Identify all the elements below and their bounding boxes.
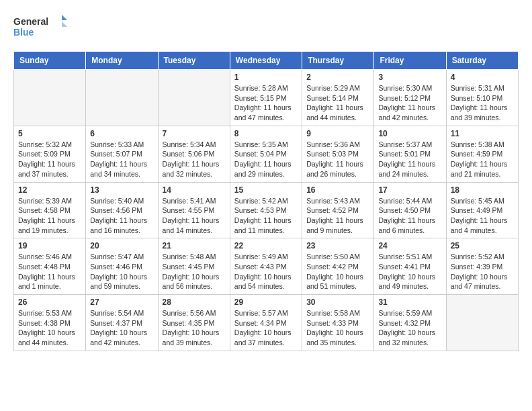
day-info: Sunrise: 5:43 AM Sunset: 4:52 PM Dayligh…	[306, 196, 369, 236]
calendar-cell: 18Sunrise: 5:45 AM Sunset: 4:49 PM Dayli…	[446, 182, 518, 238]
day-info: Sunrise: 5:39 AM Sunset: 4:58 PM Dayligh…	[18, 196, 81, 236]
day-info: Sunrise: 5:51 AM Sunset: 4:41 PM Dayligh…	[378, 252, 441, 291]
weekday-header-friday: Friday	[374, 52, 446, 70]
calendar-cell: 5Sunrise: 5:32 AM Sunset: 5:09 PM Daylig…	[14, 126, 86, 182]
day-number: 6	[90, 129, 153, 138]
day-number: 30	[306, 298, 369, 307]
weekday-header-tuesday: Tuesday	[158, 52, 230, 70]
day-number: 26	[18, 298, 81, 307]
calendar-cell: 8Sunrise: 5:35 AM Sunset: 5:04 PM Daylig…	[230, 126, 302, 182]
day-number: 19	[18, 241, 81, 250]
day-info: Sunrise: 5:46 AM Sunset: 4:48 PM Dayligh…	[18, 252, 81, 291]
calendar-cell	[158, 70, 230, 126]
day-number: 14	[163, 185, 226, 195]
calendar-week-row: 1Sunrise: 5:28 AM Sunset: 5:15 PM Daylig…	[14, 70, 519, 126]
day-info: Sunrise: 5:53 AM Sunset: 4:38 PM Dayligh…	[18, 308, 81, 348]
day-number: 12	[18, 185, 81, 195]
svg-text:General: General	[13, 16, 48, 27]
day-number: 31	[378, 298, 441, 307]
calendar-cell: 24Sunrise: 5:51 AM Sunset: 4:41 PM Dayli…	[374, 238, 446, 295]
calendar-cell: 13Sunrise: 5:40 AM Sunset: 4:56 PM Dayli…	[86, 182, 158, 238]
day-number: 5	[18, 129, 81, 138]
day-number: 23	[306, 241, 369, 250]
weekday-header-thursday: Thursday	[302, 52, 374, 70]
day-info: Sunrise: 5:50 AM Sunset: 4:42 PM Dayligh…	[306, 252, 369, 291]
calendar-cell: 6Sunrise: 5:33 AM Sunset: 5:07 PM Daylig…	[86, 126, 158, 182]
day-info: Sunrise: 5:31 AM Sunset: 5:10 PM Dayligh…	[451, 83, 514, 123]
day-info: Sunrise: 5:41 AM Sunset: 4:55 PM Dayligh…	[163, 196, 226, 236]
day-info: Sunrise: 5:49 AM Sunset: 4:43 PM Dayligh…	[234, 252, 298, 291]
day-number: 7	[163, 129, 226, 138]
day-info: Sunrise: 5:47 AM Sunset: 4:46 PM Dayligh…	[90, 252, 153, 291]
calendar-cell: 14Sunrise: 5:41 AM Sunset: 4:55 PM Dayli…	[158, 182, 230, 238]
calendar-cell: 2Sunrise: 5:29 AM Sunset: 5:14 PM Daylig…	[302, 70, 374, 126]
calendar-cell	[86, 70, 158, 126]
calendar-cell: 30Sunrise: 5:58 AM Sunset: 4:33 PM Dayli…	[302, 295, 374, 351]
calendar-cell: 16Sunrise: 5:43 AM Sunset: 4:52 PM Dayli…	[302, 182, 374, 238]
calendar-cell: 25Sunrise: 5:52 AM Sunset: 4:39 PM Dayli…	[446, 238, 518, 295]
day-number: 8	[234, 129, 298, 138]
day-info: Sunrise: 5:36 AM Sunset: 5:03 PM Dayligh…	[306, 140, 369, 179]
day-number: 28	[163, 298, 226, 307]
day-info: Sunrise: 5:37 AM Sunset: 5:01 PM Dayligh…	[378, 140, 441, 179]
day-number: 3	[378, 73, 441, 82]
calendar-cell: 28Sunrise: 5:56 AM Sunset: 4:35 PM Dayli…	[158, 295, 230, 351]
weekday-header-saturday: Saturday	[446, 52, 518, 70]
logo-icon: General Blue	[13, 13, 67, 40]
day-number: 25	[451, 241, 514, 250]
day-info: Sunrise: 5:30 AM Sunset: 5:12 PM Dayligh…	[378, 83, 441, 123]
day-info: Sunrise: 5:45 AM Sunset: 4:49 PM Dayligh…	[451, 196, 514, 236]
day-number: 2	[306, 73, 369, 82]
calendar-cell: 26Sunrise: 5:53 AM Sunset: 4:38 PM Dayli…	[14, 295, 86, 351]
day-number: 27	[90, 298, 153, 307]
day-number: 11	[451, 129, 514, 138]
day-info: Sunrise: 5:54 AM Sunset: 4:37 PM Dayligh…	[90, 308, 153, 348]
day-number: 16	[306, 185, 369, 195]
calendar-cell: 15Sunrise: 5:42 AM Sunset: 4:53 PM Dayli…	[230, 182, 302, 238]
day-number: 17	[378, 185, 441, 195]
day-info: Sunrise: 5:52 AM Sunset: 4:39 PM Dayligh…	[451, 252, 514, 291]
logo: General Blue	[13, 13, 67, 40]
svg-text:Blue: Blue	[13, 27, 34, 38]
calendar-cell: 10Sunrise: 5:37 AM Sunset: 5:01 PM Dayli…	[374, 126, 446, 182]
calendar-cell: 1Sunrise: 5:28 AM Sunset: 5:15 PM Daylig…	[230, 70, 302, 126]
day-number: 4	[451, 73, 514, 82]
calendar-week-row: 12Sunrise: 5:39 AM Sunset: 4:58 PM Dayli…	[14, 182, 519, 238]
day-info: Sunrise: 5:44 AM Sunset: 4:50 PM Dayligh…	[378, 196, 441, 236]
day-info: Sunrise: 5:48 AM Sunset: 4:45 PM Dayligh…	[163, 252, 226, 291]
day-info: Sunrise: 5:58 AM Sunset: 4:33 PM Dayligh…	[306, 308, 369, 348]
day-info: Sunrise: 5:35 AM Sunset: 5:04 PM Dayligh…	[234, 140, 298, 179]
day-info: Sunrise: 5:42 AM Sunset: 4:53 PM Dayligh…	[234, 196, 298, 236]
day-number: 24	[378, 241, 441, 250]
day-number: 15	[234, 185, 298, 195]
calendar-week-row: 26Sunrise: 5:53 AM Sunset: 4:38 PM Dayli…	[14, 295, 519, 351]
day-info: Sunrise: 5:29 AM Sunset: 5:14 PM Dayligh…	[306, 83, 369, 123]
day-info: Sunrise: 5:40 AM Sunset: 4:56 PM Dayligh…	[90, 196, 153, 236]
calendar-cell: 27Sunrise: 5:54 AM Sunset: 4:37 PM Dayli…	[86, 295, 158, 351]
day-info: Sunrise: 5:57 AM Sunset: 4:34 PM Dayligh…	[234, 308, 298, 348]
weekday-header-monday: Monday	[86, 52, 158, 70]
day-number: 21	[163, 241, 226, 250]
calendar-cell: 23Sunrise: 5:50 AM Sunset: 4:42 PM Dayli…	[302, 238, 374, 295]
calendar-cell: 4Sunrise: 5:31 AM Sunset: 5:10 PM Daylig…	[446, 70, 518, 126]
day-info: Sunrise: 5:28 AM Sunset: 5:15 PM Dayligh…	[234, 83, 298, 123]
day-info: Sunrise: 5:59 AM Sunset: 4:32 PM Dayligh…	[378, 308, 441, 348]
day-number: 13	[90, 185, 153, 195]
day-number: 29	[234, 298, 298, 307]
calendar-cell: 7Sunrise: 5:34 AM Sunset: 5:06 PM Daylig…	[158, 126, 230, 182]
day-number: 1	[234, 73, 298, 82]
calendar-cell: 21Sunrise: 5:48 AM Sunset: 4:45 PM Dayli…	[158, 238, 230, 295]
weekday-header-sunday: Sunday	[14, 52, 86, 70]
day-info: Sunrise: 5:56 AM Sunset: 4:35 PM Dayligh…	[163, 308, 226, 348]
day-number: 18	[451, 185, 514, 195]
svg-marker-3	[62, 21, 67, 27]
calendar-cell: 29Sunrise: 5:57 AM Sunset: 4:34 PM Dayli…	[230, 295, 302, 351]
day-number: 20	[90, 241, 153, 250]
calendar-week-row: 5Sunrise: 5:32 AM Sunset: 5:09 PM Daylig…	[14, 126, 519, 182]
day-info: Sunrise: 5:33 AM Sunset: 5:07 PM Dayligh…	[90, 140, 153, 179]
calendar-cell: 31Sunrise: 5:59 AM Sunset: 4:32 PM Dayli…	[374, 295, 446, 351]
svg-marker-2	[62, 15, 67, 20]
calendar-cell: 9Sunrise: 5:36 AM Sunset: 5:03 PM Daylig…	[302, 126, 374, 182]
day-number: 9	[306, 129, 369, 138]
weekday-header-wednesday: Wednesday	[230, 52, 302, 70]
